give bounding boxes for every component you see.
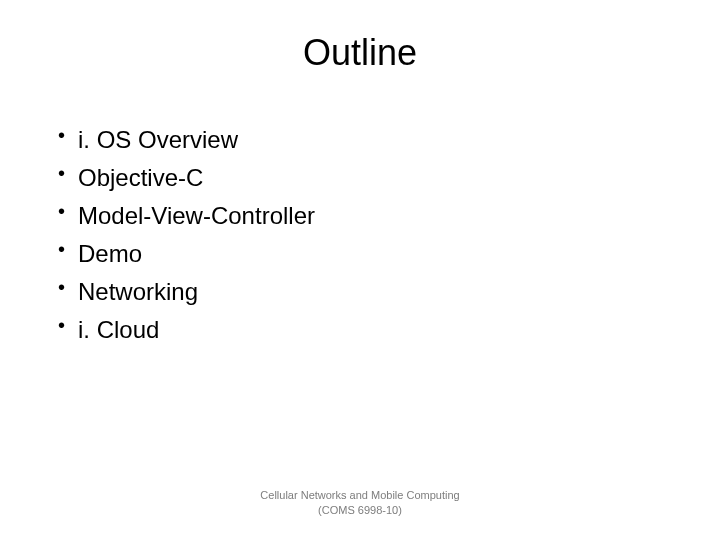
slide-title: Outline bbox=[0, 32, 720, 74]
list-item: Networking bbox=[50, 274, 670, 310]
footer-line-1: Cellular Networks and Mobile Computing bbox=[0, 488, 720, 503]
slide-footer: Cellular Networks and Mobile Computing (… bbox=[0, 488, 720, 518]
list-item: Demo bbox=[50, 236, 670, 272]
footer-line-2: (COMS 6998-10) bbox=[0, 503, 720, 518]
outline-list: i. OS Overview Objective-C Model-View-Co… bbox=[0, 122, 720, 348]
list-item: Objective-C bbox=[50, 160, 670, 196]
list-item: i. OS Overview bbox=[50, 122, 670, 158]
list-item: Model-View-Controller bbox=[50, 198, 670, 234]
list-item: i. Cloud bbox=[50, 312, 670, 348]
